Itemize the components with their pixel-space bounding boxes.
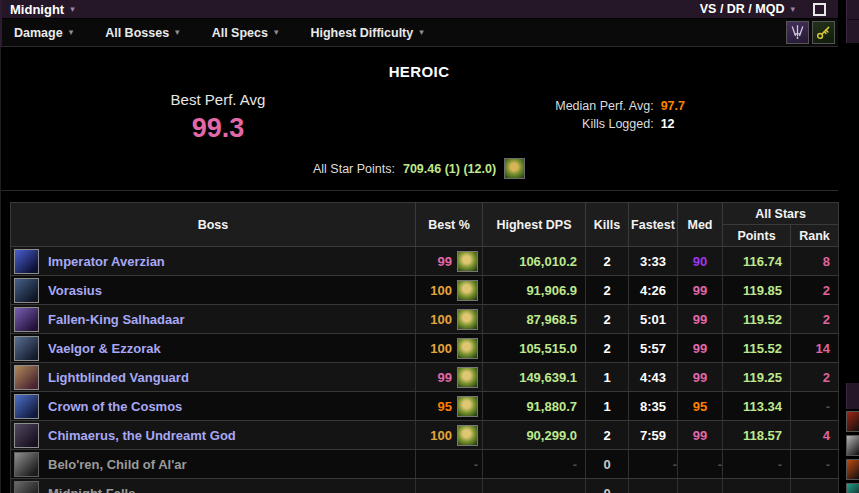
best-percent-value: -: [474, 486, 478, 493]
fastest-time-link[interactable]: 4:26: [629, 276, 678, 305]
chevron-down-icon: ▾: [69, 28, 74, 37]
menu-highest-difficulty[interactable]: Highest Difficulty ▾: [294, 19, 439, 46]
best-percent-value[interactable]: 100: [430, 341, 452, 356]
allstar-points-cell[interactable]: 116.74: [723, 247, 791, 276]
adjacent-panel-sliver: [846, 0, 859, 493]
allstar-rank-link: -: [791, 392, 839, 421]
menu-damage[interactable]: Damage ▾: [0, 19, 89, 46]
highest-dps-value[interactable]: 105,515.0: [483, 334, 586, 363]
boss-name-link: Belo'ren, Child of Al'ar: [48, 457, 187, 472]
allstar-points-cell[interactable]: 118.57: [723, 421, 791, 450]
best-percent-value[interactable]: 99: [438, 370, 452, 385]
kills-value: 2: [586, 421, 629, 450]
fastest-time-link[interactable]: 7:59: [629, 421, 678, 450]
median-percent-value: 99: [678, 305, 723, 334]
col-header-fastest: Fastest: [629, 203, 678, 247]
allstar-rank-link: -: [791, 450, 839, 479]
allstar-rank-link[interactable]: 4: [791, 421, 839, 450]
best-perf-block: Best Perf. Avg 99.3: [108, 91, 328, 144]
metric-group-selector[interactable]: VS / DR / MQD ▾: [700, 2, 795, 16]
boss-name-link[interactable]: Fallen-King Salhadaar: [48, 312, 185, 327]
summary-section: HEROIC Best Perf. Avg 99.3 Median Perf. …: [0, 47, 838, 191]
allstar-points-cell[interactable]: 119.52: [723, 305, 791, 334]
menubar-icons: [786, 21, 838, 44]
allstar-rank-link[interactable]: 2: [791, 363, 839, 392]
adjacent-panel-icons: [846, 411, 859, 493]
highest-dps-value[interactable]: 90,299.0: [483, 421, 586, 450]
fastest-time-link[interactable]: 4:43: [629, 363, 678, 392]
zone-selector[interactable]: Midnight ▾: [10, 2, 75, 17]
fastest-time-link[interactable]: 3:33: [629, 247, 678, 276]
best-percent-value[interactable]: 100: [430, 283, 452, 298]
difficulty-label: HEROIC: [0, 63, 838, 80]
menu-all-specs[interactable]: All Specs ▾: [196, 19, 295, 46]
median-block: Median Perf. Avg: 97.7 Kills Logged: 12: [555, 99, 685, 131]
allstar-points-cell[interactable]: 119.25: [723, 363, 791, 392]
chevron-down-icon: ▾: [175, 28, 180, 37]
allstar-points-cell[interactable]: 119.85: [723, 276, 791, 305]
highest-dps-value[interactable]: 91,880.7: [483, 392, 586, 421]
boss-icon: [14, 365, 39, 390]
table-row: Vaelgor & Ezzorak 100 105,515.0 2 5:57 9…: [11, 334, 839, 363]
allstar-rank-link[interactable]: 2: [791, 276, 839, 305]
median-percent-value: 99: [678, 363, 723, 392]
kills-value: 2: [586, 334, 629, 363]
boss-name-link[interactable]: Crown of the Cosmos: [48, 399, 182, 414]
boss-icon: [14, 394, 39, 419]
titlebar: Midnight ▾ VS / DR / MQD ▾: [0, 0, 838, 19]
boss-name-link[interactable]: Vaelgor & Ezzorak: [48, 341, 161, 356]
highest-dps-value[interactable]: 91,906.9: [483, 276, 586, 305]
swords-icon[interactable]: [786, 21, 809, 44]
boss-name-link[interactable]: Lightblinded Vanguard: [48, 370, 189, 385]
menu-all-bosses[interactable]: All Bosses ▾: [89, 19, 195, 46]
boss-name-link[interactable]: Chimaerus, the Undreamt God: [48, 428, 236, 443]
kills-value: 2: [586, 276, 629, 305]
fastest-time-link: -: [629, 450, 678, 479]
allstar-rank-link[interactable]: 8: [791, 247, 839, 276]
highest-dps-value[interactable]: 87,968.5: [483, 305, 586, 334]
kills-value: 1: [586, 363, 629, 392]
allstar-line: All Star Points: 709.46 (1) (12.0): [0, 158, 838, 179]
kills-value: 0: [586, 479, 629, 493]
best-percent-value[interactable]: 100: [430, 428, 452, 443]
table-row: Midnight Falls - - 0 - - - -: [11, 479, 839, 493]
spec-icon: [504, 158, 525, 179]
partial-icon: [846, 483, 859, 493]
kills-value: 2: [586, 305, 629, 334]
allstar-points-cell[interactable]: 113.34: [723, 392, 791, 421]
col-header-boss: Boss: [11, 203, 416, 247]
median-percent-value: -: [678, 479, 723, 493]
allstar-rank-link[interactable]: 14: [791, 334, 839, 363]
col-header-dps: Highest DPS: [483, 203, 586, 247]
popout-icon[interactable]: [813, 3, 826, 16]
panel-left-border-lower: [0, 47, 1, 493]
app-window: Midnight ▾ VS / DR / MQD ▾ Damage ▾ All …: [0, 0, 859, 493]
boss-name-link[interactable]: Vorasius: [48, 283, 102, 298]
median-percent-value: -: [678, 450, 723, 479]
table-row: Imperator Averzian 99 106,010.2 2 3:33 9…: [11, 247, 839, 276]
boss-name-link: Midnight Falls: [48, 486, 135, 493]
best-percent-value[interactable]: 95: [438, 399, 452, 414]
key-icon[interactable]: [812, 21, 835, 44]
table-row: Crown of the Cosmos 95 91,880.7 1 8:35 9…: [11, 392, 839, 421]
best-percent-value[interactable]: 99: [438, 254, 452, 269]
highest-dps-value[interactable]: 106,010.2: [483, 247, 586, 276]
allstar-rank-link[interactable]: 2: [791, 305, 839, 334]
allstar-points-value[interactable]: 709.46 (1) (12.0): [403, 162, 496, 176]
fastest-time-link[interactable]: 5:01: [629, 305, 678, 334]
best-percent-value[interactable]: 100: [430, 312, 452, 327]
adjacent-panel-header: [846, 383, 859, 409]
boss-icon: [14, 452, 39, 477]
partial-icon: [846, 435, 859, 456]
table-row: Lightblinded Vanguard 99 149,639.1 1 4:4…: [11, 363, 839, 392]
chevron-down-icon: ▾: [274, 28, 279, 37]
highest-dps-value: -: [483, 450, 586, 479]
fastest-time-link[interactable]: 8:35: [629, 392, 678, 421]
boss-name-link[interactable]: Imperator Averzian: [48, 254, 165, 269]
spec-icon: [457, 280, 478, 301]
boss-rankings-table-wrap: Boss Best % Highest DPS Kills Fastest Me…: [10, 202, 838, 493]
highest-dps-value[interactable]: 149,639.1: [483, 363, 586, 392]
fastest-time-link[interactable]: 5:57: [629, 334, 678, 363]
allstar-points-cell: -: [723, 479, 791, 493]
allstar-points-cell[interactable]: 115.52: [723, 334, 791, 363]
